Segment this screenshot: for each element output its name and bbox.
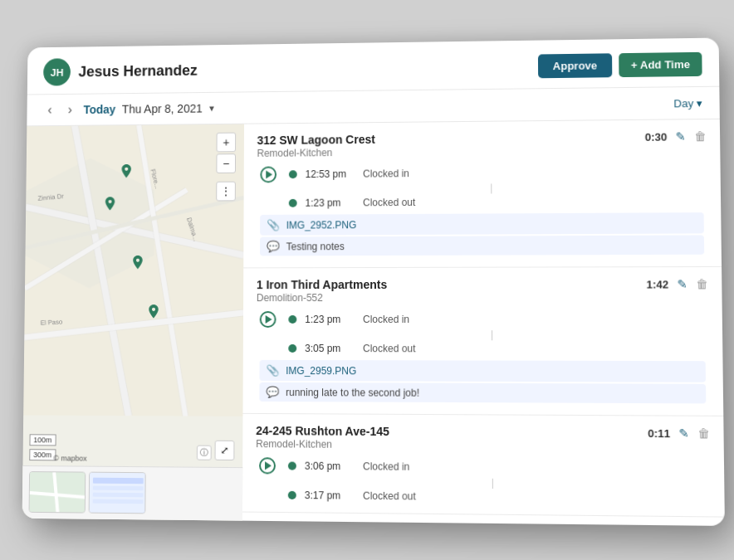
entry-1-header: 312 SW Lagoon Crest Remodel-Kitchen 0:30… xyxy=(257,129,707,159)
entry-3-delete-button[interactable]: 🗑 xyxy=(697,426,710,441)
entry-2-address: 1 Iron Third Apartments xyxy=(257,277,387,290)
entries-panel: 312 SW Lagoon Crest Remodel-Kitchen 0:30… xyxy=(242,119,725,525)
entry-1-project: Remodel-Kitchen xyxy=(257,146,375,158)
entry-1-title-group: 312 SW Lagoon Crest Remodel-Kitchen xyxy=(257,132,375,158)
attachment-icon: 📎 xyxy=(266,363,279,376)
entry-3-address: 24-245 Rushton Ave-145 xyxy=(256,423,389,437)
entry-2-title-group: 1 Iron Third Apartments Demolition-552 xyxy=(257,277,387,303)
entry-2: 1 Iron Third Apartments Demolition-552 1… xyxy=(242,266,723,416)
nav-date-label: Thu Apr 8, 2021 xyxy=(122,101,203,115)
entry-3-clock-out-dot xyxy=(288,490,296,499)
zoom-out-button[interactable]: − xyxy=(216,153,236,173)
entry-3-clock-in-dot xyxy=(288,461,296,470)
entry-2-connector xyxy=(257,329,709,340)
entry-3-play-button[interactable] xyxy=(259,457,276,474)
entry-2-attachment-link[interactable]: IMG_2959.PNG xyxy=(286,364,356,376)
entry-1-clock-in-label: Clocked in xyxy=(363,168,409,179)
entry-2-clock-in-row: 1:23 pm Clocked in xyxy=(257,308,709,330)
user-name: Jesus Hernandez xyxy=(78,61,197,80)
entry-1-meta: 0:30 ✎ 🗑 xyxy=(645,129,707,144)
header: JH Jesus Hernandez Approve + Add Time xyxy=(27,37,720,95)
map-panel: Zinnia Dr Flore... Dalma... El Paso xyxy=(22,124,244,520)
entry-3-clock-in-label: Clocked in xyxy=(363,460,409,473)
map-pin-3[interactable] xyxy=(130,255,146,271)
entry-1-note-text: Testing notes xyxy=(286,240,345,251)
play-icon xyxy=(266,315,272,324)
header-right: Approve + Add Time xyxy=(537,51,702,78)
entry-1-attachment-link[interactable]: IMG_2952.PNG xyxy=(286,218,357,230)
map-attribution: © mapbox xyxy=(53,454,86,462)
entry-1-play-button[interactable] xyxy=(260,166,276,183)
entry-1-delete-button[interactable]: 🗑 xyxy=(694,129,707,143)
nav-date-dropdown[interactable]: ▾ xyxy=(209,102,214,114)
entry-1: 312 SW Lagoon Crest Remodel-Kitchen 0:30… xyxy=(243,119,722,268)
app-window: JH Jesus Hernandez Approve + Add Time ‹ … xyxy=(22,37,725,525)
entry-3-clock-out-label: Clocked out xyxy=(363,489,416,502)
entry-2-note: 💬 running late to the second job! xyxy=(259,382,706,402)
map-pin-1[interactable] xyxy=(118,163,135,180)
entry-2-clock-in-label: Clocked in xyxy=(363,314,409,325)
entry-3-clock-out-time: 3:17 pm xyxy=(305,489,355,501)
entry-2-note-text: running late to the second job! xyxy=(286,386,419,398)
note-icon: 💬 xyxy=(266,385,279,397)
thumbnail-table[interactable] xyxy=(89,471,146,514)
entry-3-clock-in-time: 3:06 pm xyxy=(305,460,355,472)
nav-next-button[interactable]: › xyxy=(63,100,77,119)
zoom-in-button[interactable]: + xyxy=(217,132,237,152)
map-more-button[interactable]: ⋮ xyxy=(216,181,236,201)
entry-2-clock-out-label: Clocked out xyxy=(363,343,416,354)
entry-2-play-button[interactable] xyxy=(260,311,276,328)
add-time-button[interactable]: + Add Time xyxy=(619,51,702,76)
map-pin-4[interactable] xyxy=(145,304,162,321)
attachment-icon: 📎 xyxy=(267,218,280,231)
entry-2-edit-button[interactable]: ✎ xyxy=(677,277,688,290)
connector-line xyxy=(492,478,493,488)
map-background: Zinnia Dr Flore... Dalma... El Paso xyxy=(22,124,244,520)
play-icon xyxy=(265,461,272,470)
map-scale: 100m 300m xyxy=(29,434,56,460)
entry-1-duration: 0:30 xyxy=(645,130,668,143)
map-pin-2[interactable] xyxy=(102,197,119,213)
header-left: JH Jesus Hernandez xyxy=(43,56,198,85)
entry-3-duration: 0:11 xyxy=(648,426,670,440)
entry-3-project: Remodel-Kitchen xyxy=(256,438,389,450)
entry-2-clock-out-time: 3:05 pm xyxy=(305,343,355,354)
map-thumbnails xyxy=(22,465,243,521)
entry-3: 24-245 Rushton Ave-145 Remodel-Kitchen 0… xyxy=(242,413,725,517)
entry-3-edit-button[interactable]: ✎ xyxy=(678,426,689,440)
map-fullscreen-button[interactable]: ⤢ xyxy=(215,440,235,460)
connector-line xyxy=(492,330,492,340)
entry-3-title-group: 24-245 Rushton Ave-145 Remodel-Kitchen xyxy=(256,423,389,450)
entry-1-note: 💬 Testing notes xyxy=(260,235,704,256)
map-info-button[interactable]: ⓘ xyxy=(197,445,212,460)
entry-2-clock-out-dot xyxy=(288,343,296,352)
scale-100m: 100m xyxy=(29,434,56,446)
entry-2-clock-out-row: 3:05 pm Clocked out xyxy=(257,339,709,357)
entry-1-clock-in-dot xyxy=(289,170,297,178)
note-icon: 💬 xyxy=(267,240,280,252)
nav-left: ‹ › Today Thu Apr 8, 2021 ▾ xyxy=(43,99,214,119)
avatar: JH xyxy=(43,58,71,85)
nav-prev-button[interactable]: ‹ xyxy=(43,100,57,119)
entry-1-clock-out-row: 1:23 pm Clocked out xyxy=(257,192,707,211)
entry-3-clock-out-row: 3:17 pm Clocked out xyxy=(256,486,711,508)
entry-1-edit-button[interactable]: ✎ xyxy=(676,129,686,143)
entry-3-clock-in-row: 3:06 pm Clocked in xyxy=(256,455,711,480)
nav-view-dropdown[interactable]: Day ▾ xyxy=(673,96,702,109)
approve-button[interactable]: Approve xyxy=(537,52,612,77)
thumbnail-map[interactable] xyxy=(29,471,86,514)
entry-2-clock-in-dot xyxy=(288,315,296,324)
entry-1-clock-out-time: 1:23 pm xyxy=(306,197,355,208)
map-zoom-controls: + − ⋮ xyxy=(216,132,236,201)
entry-2-meta: 1:42 ✎ 🗑 xyxy=(646,277,707,290)
svg-rect-21 xyxy=(93,477,144,484)
connector-line xyxy=(491,183,492,193)
scale-300m: 300m xyxy=(29,449,56,460)
entry-2-header: 1 Iron Third Apartments Demolition-552 1… xyxy=(257,277,708,304)
entry-1-clock-out-label: Clocked out xyxy=(363,196,415,207)
entry-2-project: Demolition-552 xyxy=(257,291,387,303)
entry-2-clock-in-time: 1:23 pm xyxy=(305,314,355,325)
entry-1-attachment: 📎 IMG_2952.PNG xyxy=(260,212,704,236)
entry-1-address: 312 SW Lagoon Crest xyxy=(257,132,375,146)
entry-2-delete-button[interactable]: 🗑 xyxy=(696,277,708,290)
